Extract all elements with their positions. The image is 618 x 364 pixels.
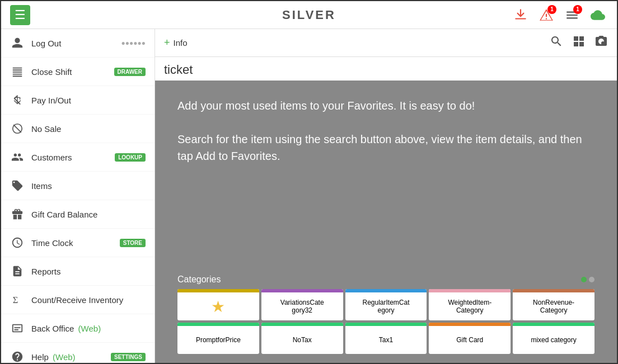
- log-out-label: Log Out: [31, 39, 118, 48]
- clock-icon: [10, 235, 25, 250]
- sidebar-item-back-office[interactable]: Back Office (Web): [1, 314, 154, 343]
- info-tab-label: Info: [174, 38, 188, 48]
- info-tab[interactable]: + Info: [164, 37, 188, 49]
- star-content: ★: [209, 292, 227, 320]
- tax1-content: Tax1: [377, 326, 395, 354]
- category-top-row: ★ VariationsCategory32 RegularItemCatego…: [177, 289, 594, 320]
- time-clock-label: Time Clock: [31, 238, 118, 248]
- category-regular[interactable]: RegularItemCategory: [345, 289, 427, 320]
- no-sale-icon: [10, 121, 25, 136]
- category-non-revenue[interactable]: NonRevenue-Category: [513, 289, 594, 320]
- no-sale-label: No Sale: [31, 124, 146, 134]
- grid-icon[interactable]: [572, 35, 586, 51]
- help-icon: [10, 349, 25, 364]
- category-star[interactable]: ★: [177, 289, 259, 320]
- dot-inactive: [589, 277, 594, 282]
- customers-icon: [10, 150, 25, 164]
- reports-label: Reports: [31, 267, 146, 276]
- sidebar-item-log-out[interactable]: Log Out ●●●●●●: [1, 29, 154, 58]
- categories-section: Categories ★: [177, 275, 594, 354]
- pay-in-out-label: Pay In/Out: [31, 96, 146, 105]
- category-mixed[interactable]: mixed category: [513, 323, 594, 354]
- mixed-content: mixed category: [528, 326, 578, 354]
- weighted-content: WeightedItem-Category: [446, 292, 494, 320]
- gift-icon: [10, 207, 25, 221]
- camera-icon[interactable]: [594, 35, 608, 51]
- reports-icon: [10, 264, 25, 278]
- star-icon: ★: [211, 297, 225, 316]
- sidebar-item-reports[interactable]: Reports: [1, 257, 154, 286]
- inventory-label: Count/Receive Inventory: [31, 295, 146, 305]
- content-top-bar: + Info: [155, 29, 617, 57]
- category-notax[interactable]: NoTax: [261, 323, 343, 354]
- back-office-label: Back Office (Web): [31, 324, 146, 333]
- cloud-icon[interactable]: [588, 5, 608, 25]
- svg-text:Σ: Σ: [13, 295, 18, 305]
- ticket-area: ticket: [155, 57, 617, 81]
- notax-content: NoTax: [291, 326, 314, 354]
- sidebar-item-close-shift[interactable]: Close Shift DRAWER: [1, 58, 154, 86]
- content-area: + Info ticket Add yo: [155, 29, 617, 364]
- favorites-line2: Search for the item using the search but…: [177, 133, 582, 162]
- sidebar-item-inventory[interactable]: Σ Count/Receive Inventory: [1, 286, 154, 314]
- favorites-line1: Add your most used items to your Favorit…: [177, 100, 475, 112]
- download-icon[interactable]: [511, 5, 531, 25]
- svg-line-2: [13, 125, 21, 133]
- pay-icon: [10, 93, 25, 107]
- sidebar-item-time-clock[interactable]: Time Clock STORE: [1, 229, 154, 257]
- top-bar: ☰ SILVER 1 1: [1, 1, 617, 29]
- categories-label: Categories: [177, 275, 221, 285]
- sidebar-item-help[interactable]: Help (Web) SETTINGS: [1, 343, 154, 364]
- app-title: SILVER: [282, 8, 336, 22]
- sidebar-item-gift-card[interactable]: Gift Card Balance: [1, 200, 154, 229]
- items-label: Items: [31, 181, 146, 191]
- categories-header: Categories: [177, 275, 594, 285]
- back-office-icon: [10, 321, 25, 335]
- sidebar-item-customers[interactable]: Customers LOOKUP: [1, 143, 154, 172]
- svg-rect-0: [515, 18, 526, 19]
- bank-icon: [10, 64, 25, 79]
- category-bottom-row: PromptforPrice NoTax Tax1 Gift Card: [177, 323, 594, 354]
- category-weighted[interactable]: WeightedItem-Category: [429, 289, 511, 320]
- regular-content: RegularItemCategory: [360, 292, 411, 320]
- sidebar-item-no-sale[interactable]: No Sale: [1, 115, 154, 143]
- prompt-content: PromptforPrice: [194, 326, 243, 354]
- sidebar: Log Out ●●●●●● Close Shift DRAWER Pay In…: [1, 29, 155, 364]
- dot-active: [581, 277, 587, 282]
- dot-indicator: [581, 277, 594, 282]
- gray-content: Add your most used items to your Favorit…: [155, 81, 617, 364]
- settings-badge: SETTINGS: [111, 353, 146, 361]
- gift-card-content: Gift Card: [454, 326, 485, 354]
- list-icon[interactable]: 1: [562, 5, 582, 25]
- warning-badge: 1: [547, 5, 556, 14]
- help-label: Help (Web): [31, 352, 109, 362]
- close-shift-label: Close Shift: [31, 67, 112, 77]
- customers-label: Customers: [31, 153, 113, 162]
- person-icon: [10, 36, 25, 50]
- sidebar-item-pay-in-out[interactable]: Pay In/Out: [1, 86, 154, 115]
- variations-content: VariationsCategory32: [278, 292, 326, 320]
- ticket-title: ticket: [164, 63, 608, 77]
- favorites-description: Add your most used items to your Favorit…: [177, 97, 594, 164]
- category-variations[interactable]: VariationsCategory32: [261, 289, 343, 320]
- sidebar-item-items[interactable]: Items: [1, 172, 154, 200]
- category-gift-card[interactable]: Gift Card: [429, 323, 511, 354]
- sigma-icon: Σ: [10, 292, 25, 307]
- menu-button[interactable]: ☰: [10, 5, 30, 25]
- info-tab-icon: +: [164, 37, 170, 49]
- main-layout: Log Out ●●●●●● Close Shift DRAWER Pay In…: [1, 29, 617, 364]
- drawer-badge: DRAWER: [114, 68, 146, 76]
- category-prompt[interactable]: PromptforPrice: [177, 323, 259, 354]
- non-revenue-content: NonRevenue-Category: [531, 292, 577, 320]
- log-out-user: ●●●●●●: [121, 39, 146, 47]
- lookup-badge: LOOKUP: [115, 153, 146, 162]
- store-badge: STORE: [120, 239, 146, 247]
- warning-icon[interactable]: 1: [536, 5, 556, 25]
- tag-icon: [10, 178, 25, 193]
- list-badge: 1: [573, 5, 582, 14]
- search-icon[interactable]: [550, 35, 563, 51]
- gift-card-label: Gift Card Balance: [31, 210, 146, 219]
- category-tax1[interactable]: Tax1: [345, 323, 427, 354]
